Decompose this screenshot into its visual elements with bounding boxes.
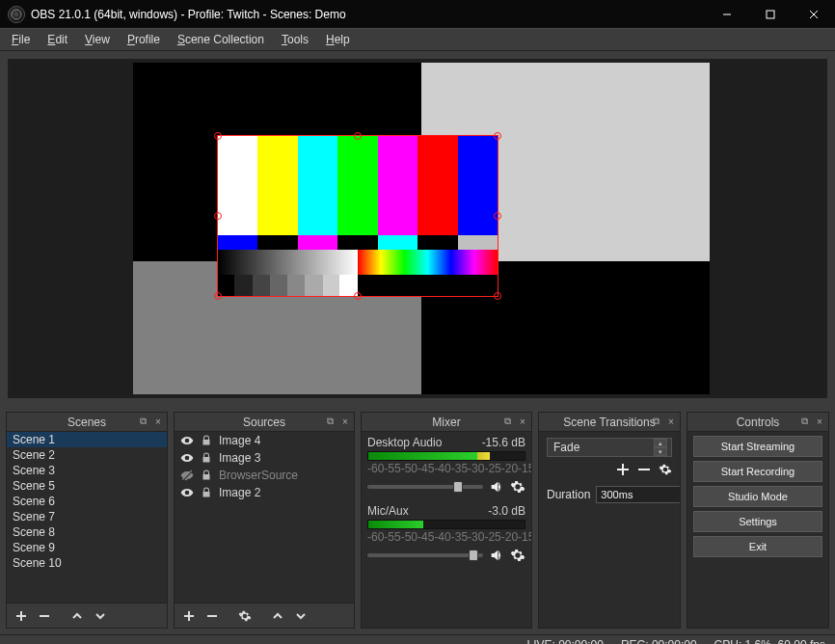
speaker-icon[interactable] xyxy=(489,548,504,563)
source-list-item[interactable]: Image 2 xyxy=(175,484,354,501)
selected-source-testcard[interactable] xyxy=(217,135,498,297)
menu-edit[interactable]: Edit xyxy=(40,31,75,48)
mixer-panel: Mixer ⧉ × Desktop Audio-15.6 dB-60-55-50… xyxy=(361,412,532,629)
source-remove-button[interactable] xyxy=(202,606,223,626)
transitions-popout-icon[interactable]: ⧉ xyxy=(649,415,662,428)
controls-popout-icon[interactable]: ⧉ xyxy=(797,415,811,428)
source-label: BrowserSource xyxy=(219,469,298,482)
scenes-panel: Scenes ⧉ × Scene 1Scene 2Scene 3Scene 5S… xyxy=(6,412,168,629)
close-button[interactable] xyxy=(792,0,835,28)
source-add-button[interactable] xyxy=(178,606,200,626)
transitions-body: Fade ▴▾ Duration ▴▾ xyxy=(539,432,680,628)
mixer-channel: Desktop Audio-15.6 dB-60-55-50-45-40-35-… xyxy=(362,432,531,500)
sources-toolbar xyxy=(175,603,354,628)
source-list-item[interactable]: Image 4 xyxy=(175,432,354,449)
scene-list-item[interactable]: Scene 2 xyxy=(7,447,167,463)
scenes-popout-icon[interactable]: ⧉ xyxy=(136,415,149,428)
menu-scene-collection[interactable]: Scene Collection xyxy=(170,31,272,48)
minimize-button[interactable] xyxy=(705,0,748,28)
mixer-volume-slider[interactable] xyxy=(367,485,483,489)
scene-list-item[interactable]: Scene 1 xyxy=(7,432,167,447)
scene-move-up-button[interactable] xyxy=(67,606,88,626)
mixer-panel-title: Mixer xyxy=(432,416,460,429)
window-title: OBS 21.0.1 (64bit, windows) - Profile: T… xyxy=(31,8,346,21)
scenes-close-icon[interactable]: × xyxy=(151,415,165,428)
scene-list-item[interactable]: Scene 5 xyxy=(7,478,167,494)
status-cpu: CPU: 1.6%, 60.00 fps xyxy=(714,638,825,645)
lock-icon[interactable] xyxy=(200,451,213,465)
mixer-level-meter xyxy=(367,451,525,461)
mixer-panel-header[interactable]: Mixer ⧉ × xyxy=(362,413,531,432)
transition-remove-button[interactable] xyxy=(637,463,651,476)
mixer-close-icon[interactable]: × xyxy=(516,415,529,428)
source-move-down-button[interactable] xyxy=(290,606,311,626)
menu-profile[interactable]: Profile xyxy=(120,31,168,48)
mixer-ticks: -60-55-50-45-40-35-30-25-20-15-10-50 xyxy=(367,530,525,544)
transitions-panel-header[interactable]: Scene Transitions ⧉ × xyxy=(539,413,680,432)
mixer-channel-name: Desktop Audio xyxy=(367,436,442,449)
transition-mode-select[interactable]: Fade ▴▾ xyxy=(547,438,672,457)
eye-icon[interactable] xyxy=(180,434,194,447)
menu-help[interactable]: Help xyxy=(318,31,358,48)
svg-rect-3 xyxy=(767,11,774,18)
titlebar: OBS 21.0.1 (64bit, windows) - Profile: T… xyxy=(0,0,835,28)
transition-add-button[interactable] xyxy=(616,463,630,476)
gear-icon[interactable] xyxy=(510,548,525,563)
mixer-ticks: -60-55-50-45-40-35-30-25-20-15-10-50 xyxy=(367,462,525,475)
scenes-list[interactable]: Scene 1Scene 2Scene 3Scene 5Scene 6Scene… xyxy=(7,432,167,603)
eye-icon[interactable] xyxy=(180,451,194,465)
scenes-panel-header[interactable]: Scenes ⧉ × xyxy=(7,413,167,432)
sources-close-icon[interactable]: × xyxy=(338,415,352,428)
eye-icon[interactable] xyxy=(180,486,194,499)
menubar: FileEditViewProfileScene CollectionTools… xyxy=(0,28,835,51)
source-properties-button[interactable] xyxy=(234,606,256,626)
exit-button[interactable]: Exit xyxy=(693,536,822,557)
scene-move-down-button[interactable] xyxy=(90,606,111,626)
speaker-icon[interactable] xyxy=(489,479,504,495)
transitions-close-icon[interactable]: × xyxy=(664,415,678,428)
scene-remove-button[interactable] xyxy=(34,606,55,626)
menu-view[interactable]: View xyxy=(77,31,118,48)
controls-panel-title: Controls xyxy=(737,416,780,429)
transition-settings-button[interactable] xyxy=(659,463,672,476)
maximize-button[interactable] xyxy=(748,0,792,28)
transition-duration-input[interactable] xyxy=(596,486,680,503)
controls-close-icon[interactable]: × xyxy=(813,415,826,428)
dock-row: Scenes ⧉ × Scene 1Scene 2Scene 3Scene 5S… xyxy=(0,406,835,634)
menu-tools[interactable]: Tools xyxy=(274,31,316,48)
controls-panel-header[interactable]: Controls ⧉ × xyxy=(687,413,828,432)
transition-mode-value: Fade xyxy=(553,441,579,454)
mixer-channel-name: Mic/Aux xyxy=(367,504,409,518)
scene-list-item[interactable]: Scene 10 xyxy=(7,555,167,571)
source-list-item[interactable]: Image 3 xyxy=(175,449,354,467)
scene-list-item[interactable]: Scene 9 xyxy=(7,540,167,555)
status-rec: REC: 00:00:00 xyxy=(621,638,697,645)
lock-icon[interactable] xyxy=(200,469,213,482)
menu-file[interactable]: File xyxy=(4,31,38,48)
source-move-up-button[interactable] xyxy=(267,606,288,626)
settings-button[interactable]: Settings xyxy=(693,511,822,532)
lock-icon[interactable] xyxy=(200,486,213,499)
scene-add-button[interactable] xyxy=(11,606,32,626)
transitions-panel: Scene Transitions ⧉ × Fade ▴▾ Duration ▴… xyxy=(538,412,681,629)
gear-icon[interactable] xyxy=(510,479,525,495)
sources-popout-icon[interactable]: ⧉ xyxy=(323,415,337,428)
workspace xyxy=(0,51,835,406)
eye-off-icon[interactable] xyxy=(180,469,194,482)
scene-list-item[interactable]: Scene 8 xyxy=(7,524,167,540)
scene-list-item[interactable]: Scene 6 xyxy=(7,494,167,509)
source-label: Image 3 xyxy=(219,451,260,465)
mixer-channel-db: -15.6 dB xyxy=(482,436,525,449)
sources-panel-header[interactable]: Sources ⧉ × xyxy=(175,413,354,432)
preview-area[interactable] xyxy=(12,63,823,394)
sources-list[interactable]: Image 4Image 3BrowserSourceImage 2 xyxy=(175,432,354,603)
studio-mode-button[interactable]: Studio Mode xyxy=(693,486,822,507)
scene-list-item[interactable]: Scene 3 xyxy=(7,463,167,478)
mixer-volume-slider[interactable] xyxy=(367,553,483,557)
start-recording-button[interactable]: Start Recording xyxy=(693,461,822,482)
scene-list-item[interactable]: Scene 7 xyxy=(7,509,167,524)
mixer-popout-icon[interactable]: ⧉ xyxy=(500,415,514,428)
lock-icon[interactable] xyxy=(200,434,213,447)
start-streaming-button[interactable]: Start Streaming xyxy=(693,436,822,457)
source-list-item[interactable]: BrowserSource xyxy=(175,467,354,484)
